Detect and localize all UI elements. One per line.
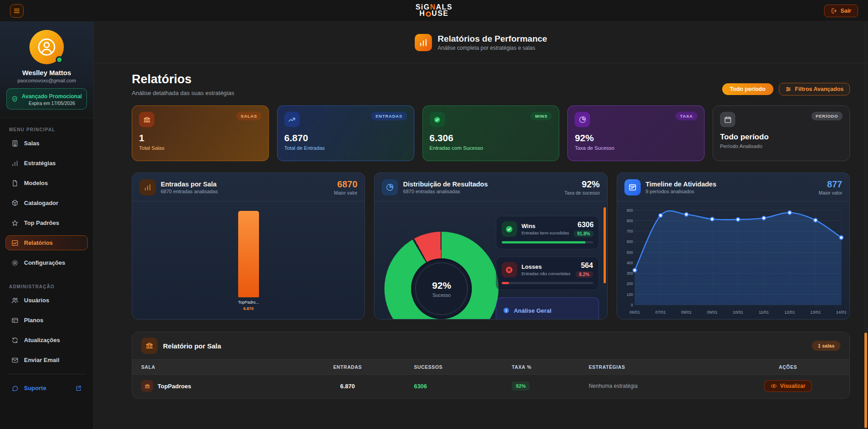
wins-percentage-badge: 91.8% bbox=[574, 230, 594, 237]
sidebar-item-catalogador[interactable]: Catalogador bbox=[5, 195, 88, 210]
sidebar-item-label: Top Padrões bbox=[24, 219, 59, 226]
sidebar-item-configuracoes[interactable]: Configurações bbox=[5, 255, 88, 270]
user-email: paocomovoxs@gmail.com bbox=[6, 78, 87, 83]
svg-text:900: 900 bbox=[627, 208, 633, 213]
view-room-button[interactable]: Visualizar bbox=[764, 380, 812, 392]
sidebar-item-planos[interactable]: Planos bbox=[5, 313, 88, 328]
stat-card-entradas[interactable]: ENTRADAS 6.870 Total de Entradas bbox=[277, 105, 414, 161]
svg-text:09/01: 09/01 bbox=[707, 310, 717, 315]
rooms-count-badge: 1 salas bbox=[812, 341, 840, 351]
bank-icon bbox=[143, 116, 151, 124]
gear-coin-icon bbox=[426, 11, 431, 17]
stat-value: 6.870 bbox=[284, 133, 407, 143]
sidebar-item-suporte[interactable]: Suporte bbox=[5, 381, 88, 396]
cube-icon bbox=[11, 200, 19, 207]
trend-icon-box bbox=[284, 112, 300, 127]
table-header-icon-box bbox=[141, 338, 158, 354]
card-scrollbar-thumb[interactable] bbox=[604, 207, 606, 283]
stat-card-taxa[interactable]: TAXA 92% Taxa de Sucesso bbox=[567, 105, 705, 161]
room-strategies: Nenhuma estratégia bbox=[589, 383, 735, 389]
success-rate-value: 92% bbox=[564, 179, 599, 190]
distribution-card-icon bbox=[382, 179, 398, 195]
mail-icon bbox=[11, 357, 19, 364]
sidebar-item-usuarios[interactable]: Usuários bbox=[5, 293, 88, 308]
filters-label: Filtros Avançados bbox=[795, 86, 844, 92]
title-row: Relatórios Análise detalhada das suas es… bbox=[132, 72, 850, 96]
period-filter-button[interactable]: Todo período bbox=[722, 83, 773, 95]
check-icon bbox=[433, 116, 441, 124]
timeline-card-icon bbox=[624, 179, 641, 195]
page-scrollbar-thumb[interactable] bbox=[864, 333, 867, 428]
bar-toppadroes[interactable] bbox=[238, 211, 259, 297]
bar-chart-subtitle: 6870 entradas analisadas bbox=[161, 189, 218, 194]
column-header-taxa-: TAXA % bbox=[512, 364, 589, 370]
svg-text:400: 400 bbox=[627, 261, 633, 265]
stat-badge: TAXA bbox=[676, 112, 697, 120]
main-content: Relatórios de Performance Análise comple… bbox=[94, 22, 868, 429]
stat-label: Total Salas bbox=[139, 145, 262, 151]
advanced-filters-button[interactable]: Filtros Avançados bbox=[779, 83, 850, 95]
stat-label: Total de Entradas bbox=[284, 145, 407, 151]
distribution-chart-card: Distribuição de Resultados 6870 entradas… bbox=[374, 172, 607, 319]
page-subtitle: Análise detalhada das suas estratégias bbox=[132, 90, 234, 96]
sidebar-item-modelos[interactable]: Modelos bbox=[5, 176, 88, 191]
sidebar-item-label: Modelos bbox=[24, 180, 48, 186]
timeline-icon bbox=[628, 183, 637, 191]
avatar[interactable] bbox=[29, 30, 64, 64]
logout-label: Sair bbox=[840, 8, 851, 14]
svg-text:13/01: 13/01 bbox=[810, 310, 820, 315]
check-circle-icon bbox=[505, 225, 513, 234]
stat-value: 92% bbox=[575, 133, 697, 143]
wins-label: Wins bbox=[522, 223, 569, 229]
stat-badge: WINS bbox=[530, 112, 552, 120]
timeline-chart-card: Timeline de Atividades 9 períodos analis… bbox=[617, 172, 850, 319]
logout-button[interactable]: Sair bbox=[824, 5, 858, 17]
sidebar-item-estrategias[interactable]: Estratégias bbox=[5, 156, 88, 171]
column-header-sala: SALA bbox=[141, 364, 281, 370]
table-row-toppadroes[interactable]: TopPadroes 6.870 6306 92% Nenhuma estrat… bbox=[132, 375, 849, 398]
profile-section: Weslley Mattos paocomovoxs@gmail.com Ava… bbox=[0, 22, 93, 118]
table-body: TopPadroes 6.870 6306 92% Nenhuma estrat… bbox=[132, 375, 849, 398]
stat-badge: SALAS bbox=[236, 112, 262, 120]
sidebar-item-enviar-email[interactable]: Enviar Email bbox=[5, 353, 88, 367]
stat-card-periodo[interactable]: PERÍODO Todo período Período Analisado bbox=[713, 105, 850, 161]
calendar-icon bbox=[724, 116, 732, 124]
bar-chart-max-value: 6870 bbox=[334, 179, 357, 190]
losses-percentage-badge: 8.2% bbox=[575, 271, 593, 278]
sidebar-item-atualizacoes[interactable]: Atualizações bbox=[5, 333, 88, 348]
app-logo: SiGNALS HUSE bbox=[416, 4, 453, 18]
room-rate-badge: 92% bbox=[512, 381, 530, 391]
stat-card-salas[interactable]: SALAS 1 Total Salas bbox=[132, 105, 269, 161]
bar-chart-card: Entradas por Sala 6870 entradas analisad… bbox=[132, 172, 365, 319]
svg-text:800: 800 bbox=[627, 219, 633, 223]
sidebar-item-salas[interactable]: Salas bbox=[5, 136, 88, 151]
report-icon bbox=[11, 239, 19, 247]
user-name: Weslley Mattos bbox=[6, 69, 87, 76]
distribution-stats-column: Wins Entradas bem-sucedidas 6306 91.8% bbox=[496, 216, 599, 319]
menu-toggle-button[interactable] bbox=[10, 4, 24, 18]
rooms-report-table-card: Relatório por Sala 1 salas SALAENTRADASS… bbox=[132, 332, 850, 399]
svg-text:100: 100 bbox=[627, 292, 633, 297]
file-icon bbox=[11, 180, 19, 187]
room-entries: 6.870 bbox=[281, 383, 414, 390]
stat-card-wins[interactable]: WINS 6.306 Entradas com Sucesso bbox=[422, 105, 560, 161]
shield-check-icon bbox=[11, 95, 18, 102]
timeline-max-label: Maior valor bbox=[819, 190, 842, 195]
stat-label: Período Analisado bbox=[720, 143, 843, 149]
bar-chart-max-label: Maior valor bbox=[334, 190, 357, 195]
sidebar-item-relatorios[interactable]: Relatórios bbox=[5, 235, 88, 250]
sidebar-item-top-padroes[interactable]: Top Padrões bbox=[5, 215, 88, 230]
general-analysis-button[interactable]: Análise Geral bbox=[496, 297, 599, 319]
plan-badge: Avançado Promocional Expira em 17/05/202… bbox=[6, 88, 87, 110]
stat-value: 1 bbox=[139, 133, 262, 143]
bank-icon-box bbox=[139, 112, 154, 127]
plan-name: Avançado Promocional bbox=[22, 93, 82, 100]
bank-icon bbox=[144, 383, 150, 389]
timeline-plot[interactable]: 010020030040050060070080090006/0107/0108… bbox=[621, 205, 847, 317]
wins-progress-fill bbox=[502, 241, 585, 243]
donut-center: 92% Sucesso bbox=[411, 258, 472, 319]
column-header-entradas: ENTRADAS bbox=[281, 364, 414, 370]
losses-sublabel: Entradas não convertidas bbox=[522, 271, 571, 276]
donut-chart[interactable]: 92% Sucesso bbox=[384, 232, 499, 319]
losses-icon-box bbox=[502, 262, 517, 277]
